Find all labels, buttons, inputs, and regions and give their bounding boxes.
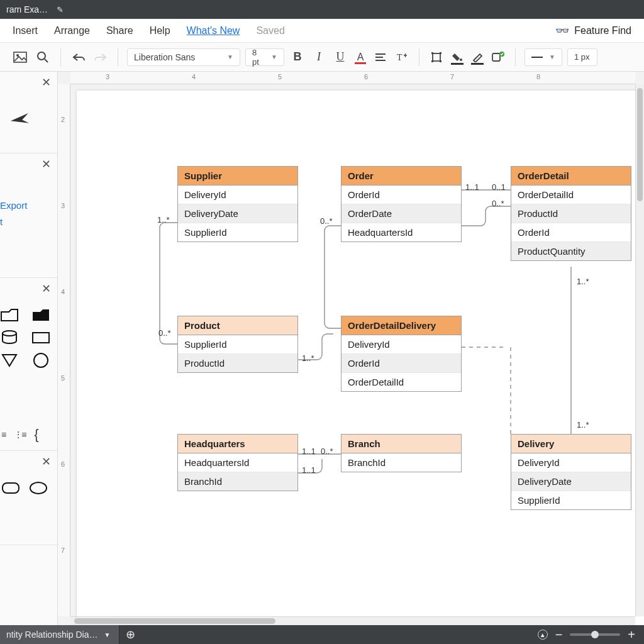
rename-icon[interactable]: ✎ — [57, 5, 64, 14]
pointer-tool-icon[interactable] — [7, 104, 36, 133]
redo-button[interactable] — [92, 49, 109, 65]
workspace: ✕ ✕ Export t ✕ ≡ ⋮≡ { — [0, 72, 644, 625]
close-icon[interactable]: ✕ — [42, 75, 51, 89]
list-ordered-icon[interactable]: ≡ — [1, 430, 5, 440]
insert-image-button[interactable] — [11, 48, 29, 66]
status-saved: Saved — [256, 25, 284, 36]
zoom-slider[interactable] — [570, 633, 620, 636]
shape-ellipse[interactable] — [29, 481, 48, 497]
sidebar-section-shapes: ✕ ≡ ⋮≡ { — [0, 278, 57, 451]
sidebar-link-other[interactable]: t — [0, 214, 27, 230]
entity-orderdetail[interactable]: OrderDetailOrderDetailIdProductIdOrderId… — [511, 166, 631, 261]
shape-crop-button[interactable] — [428, 49, 445, 65]
toolbar-separator — [118, 48, 118, 66]
shape-triangle-down[interactable] — [0, 353, 19, 367]
scrollbar-thumb[interactable] — [637, 88, 643, 201]
entity-title: Product — [178, 316, 297, 335]
shape-cylinder[interactable] — [0, 331, 19, 345]
border-color-button[interactable] — [470, 50, 485, 65]
text-color-button[interactable]: A — [353, 52, 367, 63]
font-family-select[interactable]: Liberation Sans ▼ — [127, 48, 240, 66]
zoom-out-button[interactable]: − — [555, 628, 563, 642]
entity-field: SupplierId — [178, 223, 297, 242]
entity-field: OrderDetailId — [511, 186, 631, 204]
svg-line-3 — [45, 59, 48, 62]
bold-button[interactable]: B — [289, 50, 306, 64]
page-tab-label: ntity Relationship Dia… — [6, 630, 98, 640]
text-align-button[interactable] — [372, 49, 389, 65]
entity-supplier[interactable]: SupplierDeliveryIdDeliveryDateSupplierId — [177, 166, 298, 242]
scrollbar-thumb[interactable] — [74, 618, 275, 624]
sidebar-section-tools: ✕ — [0, 72, 57, 153]
fill-color-button[interactable] — [450, 50, 465, 65]
shape-rounded-rect[interactable] — [1, 481, 20, 497]
list-bullets-icon[interactable]: ⋮≡ — [14, 430, 25, 440]
vertical-scrollbar[interactable] — [635, 84, 644, 616]
sidebar-section-import-export: ✕ Export t — [0, 153, 57, 278]
font-size-value: 8 pt — [252, 48, 265, 67]
line-style-select[interactable]: ▼ — [525, 48, 562, 66]
cardinality-label: 1..* — [302, 353, 314, 363]
line-width-select[interactable]: 1 px — [567, 48, 597, 66]
brace-icon[interactable]: { — [34, 426, 38, 443]
text-options-button[interactable]: T — [394, 49, 410, 65]
add-page-button[interactable]: ⊕ — [119, 628, 141, 641]
cardinality-label: 1..* — [577, 420, 589, 430]
feature-find-button[interactable]: 👓 Feature Find — [555, 24, 631, 38]
toolbar-separator — [515, 48, 516, 66]
entity-hq[interactable]: HeadquartersHeadquartersIdBranchId — [177, 434, 298, 491]
ruler-tick: 2 — [61, 116, 65, 123]
ruler-tick: 3 — [106, 73, 109, 80]
shape-circle[interactable] — [31, 353, 50, 367]
zoom-in-button[interactable]: + — [628, 628, 635, 642]
shape-tab-filled[interactable] — [31, 308, 50, 322]
close-icon[interactable]: ✕ — [42, 157, 51, 171]
shape-sidebar: ✕ ✕ Export t ✕ ≡ ⋮≡ { — [0, 72, 58, 625]
cardinality-label: 0..* — [492, 199, 504, 208]
close-icon[interactable]: ✕ — [42, 455, 51, 469]
menu-arrange[interactable]: Arrange — [54, 25, 90, 36]
italic-button[interactable]: I — [311, 50, 327, 64]
font-size-select[interactable]: 8 pt ▼ — [245, 48, 284, 66]
horizontal-scrollbar[interactable] — [70, 616, 635, 625]
chevron-down-icon: ▼ — [549, 53, 555, 60]
page-tab[interactable]: ntity Relationship Dia… ▼ — [0, 625, 119, 644]
chevron-down-icon: ▼ — [227, 53, 233, 60]
toolbar-separator — [419, 48, 419, 66]
shape-rectangle[interactable] — [31, 331, 50, 345]
entity-odd[interactable]: OrderDetailDeliveryDeliveryIdOrderIdOrde… — [341, 316, 462, 392]
entity-field: DeliveryDate — [511, 472, 631, 491]
shape-tab[interactable] — [0, 308, 19, 322]
cardinality-label: 1..1 — [465, 182, 479, 192]
menu-whats-new[interactable]: What's New — [187, 25, 240, 36]
font-family-value: Liberation Sans — [134, 52, 195, 62]
svg-rect-10 — [440, 52, 441, 54]
ruler-tick: 8 — [536, 73, 540, 80]
zoom-reset-icon[interactable]: ▲ — [538, 630, 548, 640]
menu-help[interactable]: Help — [150, 25, 170, 36]
shape-styles-button[interactable] — [490, 49, 506, 65]
undo-button[interactable] — [70, 48, 87, 66]
feature-find-label: Feature Find — [574, 25, 631, 36]
search-button[interactable] — [34, 48, 52, 66]
footer-bar: ntity Relationship Dia… ▼ ⊕ ▲ − + — [0, 625, 644, 644]
canvas[interactable]: SupplierDeliveryIdDeliveryDateSupplierId… — [70, 84, 644, 625]
menu-insert[interactable]: Insert — [13, 25, 38, 36]
ruler-tick: 6 — [364, 73, 368, 80]
sidebar-link-export[interactable]: Export — [0, 197, 27, 214]
zoom-slider-thumb[interactable] — [591, 631, 599, 638]
underline-button[interactable]: U — [332, 50, 348, 64]
entity-order[interactable]: OrderOrderIdOrderDateHeadquartersId — [341, 166, 462, 242]
close-icon[interactable]: ✕ — [42, 282, 51, 296]
ruler-tick: 6 — [61, 460, 65, 468]
entity-delivery[interactable]: DeliveryDeliveryIdDeliveryDateSupplierId — [511, 434, 631, 510]
drawing-paper[interactable]: SupplierDeliveryIdDeliveryDateSupplierId… — [77, 91, 644, 625]
menu-share[interactable]: Share — [106, 25, 133, 36]
entity-product[interactable]: ProductSupplierIdProductId — [177, 316, 298, 373]
entity-branch[interactable]: BranchBranchId — [341, 434, 462, 472]
entity-title: Branch — [341, 435, 461, 453]
entity-title: Delivery — [511, 435, 631, 453]
svg-point-20 — [30, 482, 47, 494]
svg-point-16 — [3, 331, 16, 336]
svg-rect-19 — [3, 483, 19, 493]
